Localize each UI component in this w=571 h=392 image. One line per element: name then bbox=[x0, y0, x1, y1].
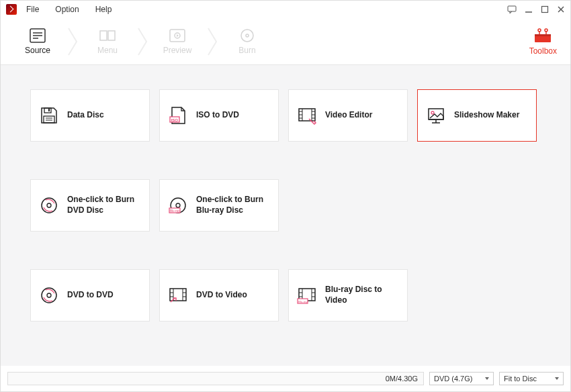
menu-help[interactable]: Help bbox=[93, 3, 115, 15]
fit-dropdown[interactable]: Fit to Disc bbox=[499, 372, 564, 385]
burn-icon bbox=[238, 28, 256, 43]
chevron-icon bbox=[135, 23, 150, 60]
card-bluray-to-video[interactable]: Blu-ray Blu-ray Disc to Video bbox=[288, 269, 408, 322]
card-dvd-to-video[interactable]: DVD to Video bbox=[159, 269, 279, 322]
chevron-icon bbox=[205, 23, 220, 60]
svg-rect-10 bbox=[108, 31, 115, 40]
card-row-1: Data Disc ISO ISO to DVD Video Editor Sl… bbox=[30, 89, 541, 142]
iso-file-icon: ISO bbox=[168, 105, 188, 126]
card-row-2: One-click to Burn DVD Disc Blu-ray One-c… bbox=[30, 179, 541, 232]
svg-point-19 bbox=[538, 29, 541, 32]
card-label: Video Editor bbox=[325, 110, 372, 121]
video-editor-icon bbox=[297, 105, 317, 126]
toolbox-label: Toolbox bbox=[529, 46, 557, 56]
preview-icon bbox=[169, 28, 186, 43]
workflow-label-burn: Burn bbox=[238, 46, 255, 55]
fit-value: Fit to Disc bbox=[504, 375, 537, 383]
workflow-label-preview: Preview bbox=[163, 46, 192, 55]
workflow-label-menu: Menu bbox=[97, 46, 118, 55]
workflow-step-preview[interactable]: Preview bbox=[154, 28, 201, 55]
dvd-copy-icon bbox=[39, 285, 59, 305]
menu-file[interactable]: File bbox=[24, 3, 42, 15]
floppy-icon bbox=[39, 105, 59, 126]
svg-text:Blu-ray: Blu-ray bbox=[170, 209, 180, 213]
chevron-down-icon bbox=[485, 377, 489, 380]
workflow-step-burn[interactable]: Burn bbox=[224, 28, 271, 55]
card-label: DVD to Video bbox=[196, 290, 247, 301]
svg-rect-49 bbox=[170, 289, 186, 301]
card-label: Data Disc bbox=[67, 110, 104, 121]
svg-text:Blu-ray: Blu-ray bbox=[298, 300, 308, 303]
disc-usage-bar: 0M/4.30G bbox=[7, 372, 424, 385]
app-logo bbox=[6, 4, 17, 15]
svg-point-42 bbox=[47, 203, 51, 207]
card-video-editor[interactable]: Video Editor bbox=[288, 89, 408, 142]
svg-rect-22 bbox=[48, 109, 50, 111]
toolbox-button[interactable]: Toolbox bbox=[529, 28, 564, 56]
svg-rect-0 bbox=[508, 6, 516, 11]
card-label: Blu-ray Disc to Video bbox=[325, 285, 382, 305]
maximize-button[interactable] bbox=[541, 5, 549, 13]
menu-bar: File Option Help bbox=[24, 3, 114, 15]
source-icon bbox=[29, 28, 46, 43]
chevron-down-icon bbox=[555, 377, 559, 380]
card-label: ISO to DVD bbox=[196, 110, 239, 121]
dvd-to-video-icon bbox=[168, 285, 188, 305]
footer-bar: 0M/4.30G DVD (4.7G) Fit to Disc bbox=[1, 366, 570, 391]
card-row-3: DVD to DVD DVD to Video Blu-ray Blu-ray … bbox=[30, 269, 541, 322]
window-controls bbox=[507, 5, 565, 14]
dvd-disc-icon bbox=[39, 195, 59, 215]
toolbox-icon bbox=[533, 28, 553, 44]
titlebar: File Option Help bbox=[1, 1, 570, 18]
workflow-bar: Source Menu Preview Burn Toolbox bbox=[1, 18, 570, 65]
svg-rect-9 bbox=[100, 31, 107, 40]
svg-point-47 bbox=[42, 288, 56, 303]
workflow-step-menu[interactable]: Menu bbox=[84, 28, 131, 55]
card-iso-to-dvd[interactable]: ISO ISO to DVD bbox=[159, 89, 279, 142]
svg-rect-23 bbox=[44, 116, 54, 123]
feedback-icon[interactable] bbox=[507, 5, 517, 14]
card-oneclick-bluray[interactable]: Blu-ray One-click to Burn Blu-ray Disc bbox=[159, 179, 279, 232]
card-label: DVD to DVD bbox=[67, 290, 114, 301]
close-button[interactable] bbox=[557, 5, 565, 13]
card-label: One-click to Burn DVD Disc bbox=[67, 195, 134, 215]
card-data-disc[interactable]: Data Disc bbox=[30, 89, 150, 142]
svg-rect-15 bbox=[535, 36, 551, 42]
svg-text:ISO: ISO bbox=[171, 118, 179, 122]
bluray-disc-icon: Blu-ray bbox=[168, 195, 188, 215]
disc-type-value: DVD (4.7G) bbox=[434, 375, 472, 383]
card-label: One-click to Burn Blu-ray Disc bbox=[196, 195, 263, 215]
svg-rect-21 bbox=[44, 108, 51, 113]
svg-point-13 bbox=[241, 30, 253, 42]
disc-usage-text: 0M/4.30G bbox=[386, 375, 418, 383]
card-label: Slideshow Maker bbox=[454, 110, 519, 121]
card-oneclick-dvd[interactable]: One-click to Burn DVD Disc bbox=[30, 179, 150, 232]
svg-point-48 bbox=[47, 293, 51, 297]
card-dvd-to-dvd[interactable]: DVD to DVD bbox=[30, 269, 150, 322]
menu-step-icon bbox=[99, 28, 116, 43]
svg-rect-16 bbox=[535, 34, 551, 36]
svg-point-44 bbox=[176, 203, 180, 207]
card-slideshow-maker[interactable]: Slideshow Maker bbox=[417, 89, 537, 142]
svg-point-20 bbox=[545, 29, 547, 32]
slideshow-icon bbox=[426, 105, 446, 126]
svg-point-38 bbox=[431, 111, 434, 114]
svg-rect-2 bbox=[542, 7, 548, 13]
disc-type-dropdown[interactable]: DVD (4.7G) bbox=[429, 372, 494, 385]
svg-point-41 bbox=[42, 198, 56, 213]
chevron-icon bbox=[65, 23, 80, 60]
main-panel: Data Disc ISO ISO to DVD Video Editor Sl… bbox=[1, 65, 570, 366]
svg-point-14 bbox=[246, 34, 249, 37]
minimize-button[interactable] bbox=[525, 5, 533, 13]
bluray-to-video-icon: Blu-ray bbox=[297, 285, 317, 305]
workflow-step-source[interactable]: Source bbox=[14, 28, 61, 55]
menu-option[interactable]: Option bbox=[52, 3, 81, 15]
workflow-label-source: Source bbox=[25, 46, 50, 55]
